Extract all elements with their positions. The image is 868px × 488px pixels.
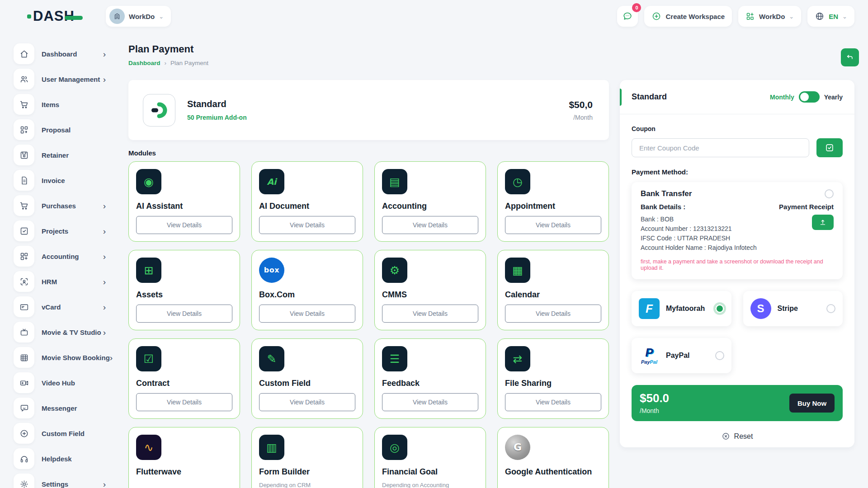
app-logo: DASH xyxy=(27,8,83,24)
grid-plus-icon xyxy=(745,12,755,21)
sidebar-item-settings[interactable]: Settings › xyxy=(14,474,106,488)
breadcrumb-dashboard-link[interactable]: Dashboard xyxy=(128,60,160,66)
bank-name-line: Bank : BOB xyxy=(641,215,757,224)
sidebar-item-purchases[interactable]: Purchases › xyxy=(14,195,106,216)
view-details-button[interactable]: View Details xyxy=(382,216,478,234)
module-card-file-sharing: ⇄ File Sharing View Details xyxy=(497,338,609,419)
grid-plus-icon xyxy=(19,252,29,261)
headphones-icon xyxy=(19,454,29,464)
sidebar-item-invoice[interactable]: Invoice xyxy=(14,170,106,191)
cart-icon xyxy=(19,100,29,109)
bank-details: Bank : BOB Account Number : 12313213221 … xyxy=(641,215,757,253)
chevron-right-icon: › xyxy=(103,50,106,58)
view-details-button[interactable]: View Details xyxy=(505,216,601,234)
view-details-button[interactable]: View Details xyxy=(136,216,232,234)
sidebar-item-user-management[interactable]: User Management › xyxy=(14,69,106,89)
view-details-button[interactable]: View Details xyxy=(505,305,601,323)
summary-period: /Month xyxy=(640,407,669,414)
invoice-icon xyxy=(19,176,29,185)
view-details-button[interactable]: View Details xyxy=(259,305,355,323)
chat-bubble-icon xyxy=(19,404,29,413)
custom-field-icon: ✎ xyxy=(259,346,284,371)
view-details-button[interactable]: View Details xyxy=(259,216,355,234)
gateway-options: F Myfatoorah S Stripe P PayPal PayPal xyxy=(632,291,843,373)
flutterwave-icon: ∿ xyxy=(136,435,161,460)
header-actions: 0 Create Workspace WorkDo ⌄ EN ⌄ xyxy=(617,6,854,27)
top-header: DASH WorkDo ⌄ 0 Create Workspace WorkDo … xyxy=(0,0,868,33)
bank-transfer-radio[interactable] xyxy=(825,189,834,198)
sidebar-item-vcard[interactable]: vCard › xyxy=(14,296,106,317)
modules-grid: ◉ AI Assistant View Details Ai AI Docume… xyxy=(128,161,609,488)
coupon-input[interactable] xyxy=(632,138,809,157)
myfatoorah-radio-selected[interactable] xyxy=(715,304,724,313)
module-dependency-note: Depending on Accounting xyxy=(382,482,478,488)
box-com-icon: box xyxy=(259,258,284,283)
chevron-right-icon: › xyxy=(103,277,106,286)
back-button[interactable] xyxy=(841,48,859,66)
sidebar-item-helpdesk[interactable]: Helpdesk xyxy=(14,448,106,469)
workspace-switcher[interactable]: WorkDo ⌄ xyxy=(106,6,171,27)
sidebar-item-custom-field[interactable]: Custom Field xyxy=(14,423,106,444)
sidebar-item-movie-show-booking[interactable]: Movie Show Booking › xyxy=(14,347,106,368)
billing-monthly-label[interactable]: Monthly xyxy=(770,94,794,101)
view-details-button[interactable]: View Details xyxy=(136,305,232,323)
sidebar-item-video-hub[interactable]: Video Hub xyxy=(14,372,106,393)
sidebar-item-movie-tv-studio[interactable]: Movie & TV Studio › xyxy=(14,322,106,343)
gateway-paypal[interactable]: P PayPal PayPal xyxy=(632,338,731,373)
module-card-accounting: ▤ Accounting View Details xyxy=(374,161,486,242)
sidebar-item-retainer[interactable]: Retainer xyxy=(14,145,106,165)
paypal-radio[interactable] xyxy=(715,351,724,360)
plus-circle-icon xyxy=(651,11,661,21)
sidebar-item-accounting[interactable]: Accounting › xyxy=(14,246,106,267)
sidebar-item-items[interactable]: Items xyxy=(14,94,106,115)
contract-icon: ☑ xyxy=(136,346,161,371)
sidebar-item-messenger[interactable]: Messenger xyxy=(14,398,106,418)
billing-yearly-label[interactable]: Yearly xyxy=(824,94,843,101)
plan-name: Standard xyxy=(187,99,247,109)
view-details-button[interactable]: View Details xyxy=(505,393,601,411)
assets-icon: ⊞ xyxy=(136,258,161,283)
apply-coupon-button[interactable] xyxy=(816,138,843,157)
sidebar-item-proposal[interactable]: Proposal xyxy=(14,119,106,140)
feedback-icon: ☰ xyxy=(382,346,407,371)
bank-transfer-note: first, make a payment and take a screens… xyxy=(641,258,834,271)
gateway-stripe[interactable]: S Stripe xyxy=(743,291,843,326)
users-icon xyxy=(19,75,29,84)
sidebar-item-dashboard[interactable]: Dashboard › xyxy=(14,43,106,64)
module-card-flutterwave: ∿ Flutterwave View Details xyxy=(128,427,240,488)
paypal-logo: P PayPal xyxy=(639,344,660,367)
billing-toggle[interactable] xyxy=(799,91,820,103)
current-plan-card: Standard 50 Premium Add-on $50,0 /Month xyxy=(128,80,609,140)
plus-circle-icon xyxy=(19,429,29,438)
logo-dot xyxy=(27,14,31,19)
reset-icon xyxy=(722,432,730,441)
sidebar-item-projects[interactable]: Projects › xyxy=(14,221,106,241)
view-details-button[interactable]: View Details xyxy=(382,393,478,411)
sidebar-item-hrm[interactable]: HRM › xyxy=(14,271,106,292)
form-builder-icon: ▥ xyxy=(259,435,284,460)
chat-button[interactable]: 0 xyxy=(617,6,638,27)
module-card-ai-assistant: ◉ AI Assistant View Details xyxy=(128,161,240,242)
workspace-avatar xyxy=(109,9,125,24)
workdo-menu-button[interactable]: WorkDo ⌄ xyxy=(738,6,801,27)
upload-receipt-button[interactable] xyxy=(812,215,834,230)
ai-assistant-icon: ◉ xyxy=(136,169,161,194)
chevron-right-icon: › xyxy=(110,353,113,362)
payment-method-label: Payment Method: xyxy=(632,168,843,176)
create-workspace-button[interactable]: Create Workspace xyxy=(644,6,732,27)
premium-addon-link[interactable]: 50 Premium Add-on xyxy=(187,114,247,121)
breadcrumb-current: Plan Payment xyxy=(170,60,208,66)
module-card-assets: ⊞ Assets View Details xyxy=(128,250,240,330)
language-selector[interactable]: EN ⌄ xyxy=(807,6,854,27)
workspace-name: WorkDo xyxy=(129,13,155,20)
payment-receipt-label: Payment Receipt xyxy=(779,203,834,211)
view-details-button[interactable]: View Details xyxy=(382,305,478,323)
view-details-button[interactable]: View Details xyxy=(136,393,232,411)
gateway-myfatoorah[interactable]: F Myfatoorah xyxy=(632,291,731,326)
stripe-radio[interactable] xyxy=(826,304,835,313)
view-details-button[interactable]: View Details xyxy=(259,393,355,411)
reset-action[interactable]: Reset xyxy=(632,432,843,441)
bank-transfer-card[interactable]: Bank Transfer Bank Details : Payment Rec… xyxy=(632,182,843,279)
buy-now-button[interactable]: Buy Now xyxy=(789,394,835,413)
google-authentication-icon: G xyxy=(505,435,530,460)
